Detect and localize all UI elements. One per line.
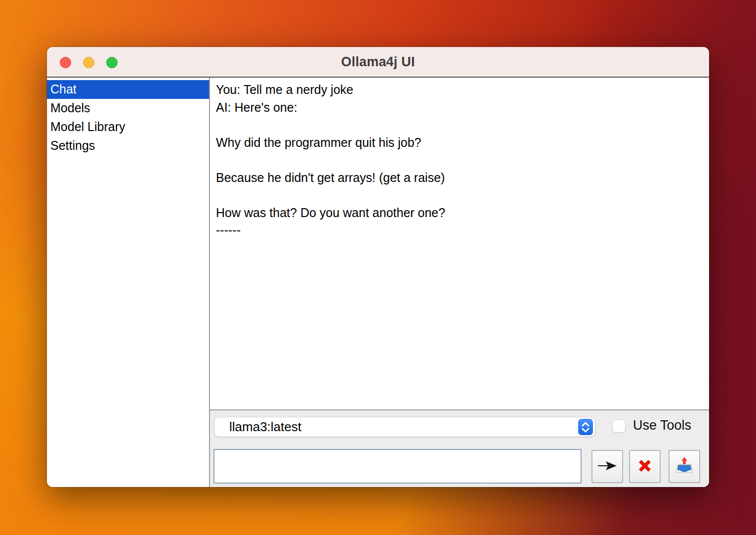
sidebar: Chat Models Model Library Settings (47, 78, 210, 487)
sidebar-item-settings[interactable]: Settings (47, 136, 209, 155)
sidebar-item-chat[interactable]: Chat (47, 80, 209, 99)
message-input[interactable] (213, 449, 582, 484)
use-tools-label: Use Tools (633, 418, 691, 433)
app-window: Ollama4j UI Chat Models Model Library Se… (47, 47, 709, 487)
chat-transcript[interactable]: You: Tell me a nerdy joke AI: Here's one… (210, 78, 709, 410)
upload-tray-icon (674, 456, 694, 478)
sidebar-item-model-library[interactable]: Model Library (47, 118, 209, 136)
model-select[interactable]: llama3:latest (214, 417, 595, 437)
upload-button[interactable] (669, 450, 700, 483)
window-content: Chat Models Model Library Settings You: … (47, 78, 709, 487)
traffic-lights (60, 57, 118, 68)
use-tools-checkbox[interactable] (612, 419, 626, 433)
zoom-button[interactable] (106, 57, 118, 68)
send-button[interactable] (591, 450, 623, 483)
close-button[interactable] (60, 57, 71, 68)
main-area: You: Tell me a nerdy joke AI: Here's one… (210, 78, 709, 487)
clear-button[interactable] (629, 450, 661, 483)
send-arrow-icon (597, 457, 618, 476)
minimize-button[interactable] (83, 57, 94, 68)
model-select-value: llama3:latest (214, 419, 578, 435)
stepper-icon (578, 419, 593, 435)
red-x-icon (636, 457, 654, 477)
window-title: Ollama4j UI (341, 54, 415, 70)
control-panel: llama3:latest Use Tools (210, 410, 709, 487)
titlebar: Ollama4j UI (47, 47, 709, 78)
sidebar-item-models[interactable]: Models (47, 99, 209, 118)
